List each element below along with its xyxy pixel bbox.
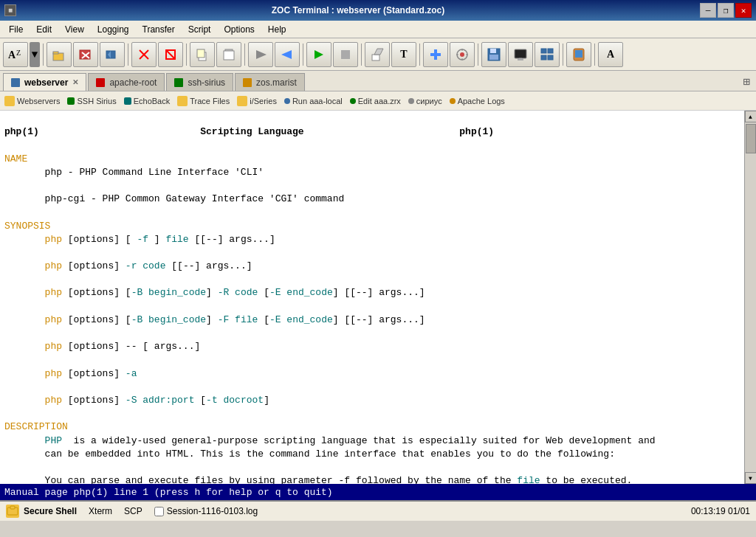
terminal[interactable]: php(1) Scripting Language php(1) NAME ph… xyxy=(0,111,756,500)
scrollbar[interactable]: ▲ ▼ xyxy=(744,111,756,484)
restore-button[interactable]: ❐ xyxy=(718,3,734,18)
svg-rect-40 xyxy=(548,55,553,60)
toolbar-run-btn[interactable] xyxy=(306,42,331,67)
tab-icon-apache xyxy=(96,78,105,87)
tab-zos-marist[interactable]: zos.marist xyxy=(235,73,305,91)
toolbar-phone-btn[interactable] xyxy=(566,42,591,67)
bookmark-sirius-cyr[interactable]: сириус xyxy=(408,97,442,105)
svg-rect-36 xyxy=(518,58,523,60)
toolbar-sep-3 xyxy=(186,44,187,66)
svg-rect-21 xyxy=(372,55,379,60)
toolbar-add-btn[interactable] xyxy=(423,42,448,67)
toolbar-sep-10 xyxy=(594,44,595,66)
toolbar-save-btn[interactable] xyxy=(481,42,506,67)
svg-rect-33 xyxy=(489,55,498,60)
command-text: Manual page php(1) line 1 (press h for h… xyxy=(4,487,333,498)
toolbar-screen-btn[interactable] xyxy=(508,42,533,67)
menubar: FileEditViewLoggingTransferScriptOptions… xyxy=(0,21,756,38)
menu-item-transfer[interactable]: Transfer xyxy=(137,23,181,36)
bookmark-label: сириус xyxy=(416,97,442,105)
toolbar-x1-btn[interactable] xyxy=(131,42,157,67)
statusbar-scp: SCP xyxy=(124,506,142,516)
menu-item-script[interactable]: Script xyxy=(182,23,217,36)
toolbar-receive-btn[interactable] xyxy=(275,42,300,67)
bookmark-apache-logs[interactable]: Apache Logs xyxy=(450,97,505,105)
tab-label-zos: zos.marist xyxy=(256,77,297,88)
toolbar-sep-5 xyxy=(303,44,303,66)
tabsbar: webserver ✕ apache-root ssh-sirius zos.m… xyxy=(0,71,756,91)
toolbar-stop-btn[interactable] xyxy=(333,42,358,67)
statusbar: Secure Shell Xterm SCP Session-1116-0103… xyxy=(0,500,756,521)
toolbar-multi-btn[interactable] xyxy=(535,42,560,67)
menu-item-logging[interactable]: Logging xyxy=(92,23,135,36)
scroll-up-arrow[interactable]: ▲ xyxy=(745,111,757,122)
toolbar-close-btn[interactable] xyxy=(73,42,98,67)
close-button[interactable]: ✕ xyxy=(735,3,752,18)
toolbar-open-btn[interactable] xyxy=(47,42,72,67)
toolbar-copy-btn[interactable] xyxy=(190,42,215,67)
statusbar-right: 00:13:19 01/01 xyxy=(691,506,750,516)
scroll-thumb[interactable] xyxy=(746,124,756,153)
toolbar-x2-btn[interactable] xyxy=(158,42,183,67)
square-green-icon xyxy=(67,97,75,105)
folder-icon xyxy=(4,96,15,106)
tab-close-webserver[interactable]: ✕ xyxy=(72,78,78,86)
tab-ssh-sirius[interactable]: ssh-sirius xyxy=(166,73,233,91)
bookmark-ssh-sirius[interactable]: SSH Sirius xyxy=(67,97,116,105)
svg-point-26 xyxy=(460,52,464,57)
bookmark-run-aaa[interactable]: Run aaa-local xyxy=(284,97,343,105)
svg-marker-18 xyxy=(281,50,292,59)
toolbar-send-btn[interactable] xyxy=(248,42,273,67)
toolbar-target-btn[interactable] xyxy=(450,42,475,67)
svg-marker-19 xyxy=(315,50,323,59)
toolbar-font2-btn[interactable]: A xyxy=(598,42,623,67)
toolbar-edit-btn[interactable] xyxy=(365,42,390,67)
folder2-icon xyxy=(177,96,188,106)
toolbar-sep-7 xyxy=(419,44,420,66)
menu-item-edit[interactable]: Edit xyxy=(30,23,58,36)
tab-grid-icon[interactable]: ⊞ xyxy=(740,73,753,91)
tab-icon-zos xyxy=(243,78,252,87)
tab-icon-webserver xyxy=(11,78,20,87)
statusbar-xterm: Xterm xyxy=(89,506,112,516)
minimize-button[interactable]: — xyxy=(700,3,716,18)
svg-marker-22 xyxy=(374,49,383,55)
bookmark-iseries[interactable]: i/Series xyxy=(237,96,277,106)
bookmark-webservers[interactable]: Webservers xyxy=(4,96,60,106)
toolbar-paste-btn[interactable] xyxy=(216,42,241,67)
svg-rect-20 xyxy=(341,50,350,59)
toolbar-text-btn[interactable]: T xyxy=(391,42,416,67)
tab-label-apache: apache-root xyxy=(109,77,157,88)
bookmark-label: EchoBack xyxy=(134,97,171,105)
svg-rect-32 xyxy=(490,49,496,53)
command-bar: Manual page php(1) line 1 (press h for h… xyxy=(0,484,756,500)
toolbar-sep-6 xyxy=(361,44,362,66)
svg-rect-14 xyxy=(197,49,205,58)
bookmark-label: Webservers xyxy=(17,97,60,105)
toolbar-sep-8 xyxy=(478,44,478,66)
bookmark-trace-files[interactable]: Trace Files xyxy=(177,96,230,106)
window-title: ZOC Terminal : webserver (Standard.zoc) xyxy=(16,5,700,15)
bookmark-edit-aaa[interactable]: Edit aaa.zrx xyxy=(350,97,401,105)
bookmark-echoback[interactable]: EchoBack xyxy=(124,97,171,105)
svg-marker-17 xyxy=(256,50,267,59)
statusbar-label: Secure Shell xyxy=(24,506,77,516)
toolbar-font-btn[interactable]: A Z xyxy=(3,42,28,67)
tab-webserver[interactable]: webserver ✕ xyxy=(3,73,86,91)
tab-apache-root[interactable]: apache-root xyxy=(88,73,165,91)
folder3-icon xyxy=(237,96,247,106)
svg-rect-3 xyxy=(53,52,58,54)
menu-item-view[interactable]: View xyxy=(59,23,90,36)
menu-item-options[interactable]: Options xyxy=(218,23,260,36)
menu-item-file[interactable]: File xyxy=(3,23,29,36)
svg-rect-34 xyxy=(515,49,526,58)
toolbar-back-btn[interactable] xyxy=(100,42,125,67)
toolbar-dropdown-arrow[interactable]: ▼ xyxy=(30,42,40,67)
session-log-checkbox[interactable] xyxy=(154,507,164,516)
window-controls: — ❐ ✕ xyxy=(700,3,752,18)
dot-blue-icon xyxy=(284,98,290,104)
menu-item-help[interactable]: Help xyxy=(262,23,292,36)
statusbar-session-log[interactable]: Session-1116-0103.log xyxy=(154,506,258,516)
toolbar-sep-2 xyxy=(128,44,128,66)
scroll-down-arrow[interactable]: ▼ xyxy=(745,472,757,484)
